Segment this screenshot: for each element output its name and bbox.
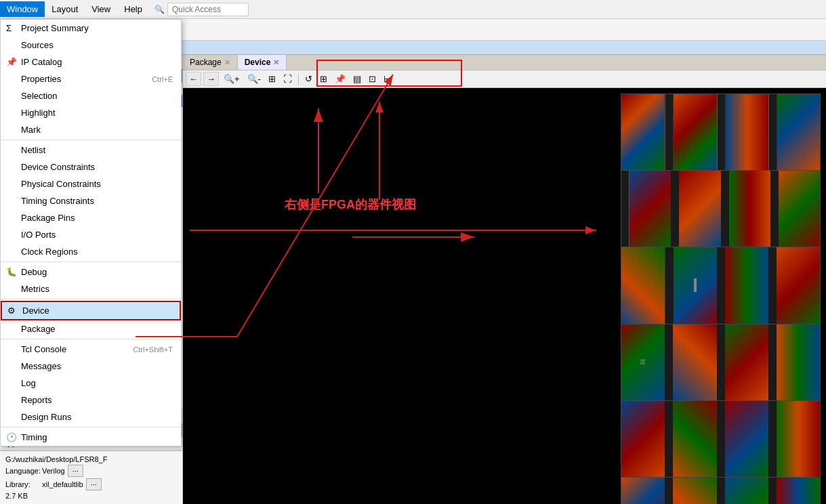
menu-sources[interactable]: Sources [1,37,181,54]
menu-design-runs[interactable]: Design Runs [1,408,181,425]
file-path-row: G:/wuzhikai/Desktop/LFSR8_F [5,455,177,463]
separator-1 [1,140,181,140]
device-tab-close[interactable]: ✕ [273,58,279,67]
gear-menu-icon: ⚙ [7,306,16,316]
file-lang-value: Verilog [42,467,65,475]
fpga-chip: |||| [621,93,821,504]
window-dropdown-menu: Σ Project Summary Sources 📌 IP Catalog P… [0,19,182,446]
menu-timing[interactable]: 🕐 Timing [1,429,181,446]
menu-messages[interactable]: Messages [1,358,181,375]
separator-4 [1,339,181,339]
main-content-area: Package ✕ Device ✕ ← → 🔍+ 🔍- ⊞ ⛶ ↺ ⊞ 📌 ▤… [183,55,826,504]
clock-icon: 🕐 [6,432,17,442]
file-lang-row: Language: Verilog ··· [5,465,177,477]
file-path-text: G:/wuzhikai/Desktop/LFSR8_F [5,455,107,463]
menu-tcl-console[interactable]: Tcl Console Ctrl+Shift+T [1,341,181,358]
menu-view[interactable]: View [85,1,117,17]
menu-project-summary[interactable]: Σ Project Summary [1,20,181,37]
device-tab-label: Device [245,58,271,67]
export-icon[interactable]: ⊡ [366,72,379,85]
menu-timing-constraints[interactable]: Timing Constraints [1,192,181,209]
menu-device[interactable]: ⚙ Device [1,301,181,320]
menu-log[interactable]: Log [1,375,181,392]
fit-icon[interactable]: ⊞ [266,72,278,85]
zoom-in-icon[interactable]: 🔍+ [221,72,243,85]
table-icon[interactable]: ▤ [350,72,364,85]
menu-physical-constraints[interactable]: Physical Constraints [1,175,181,192]
menu-debug[interactable]: 🐛 Debug [1,264,181,280]
file-lib-browse-button[interactable]: ··· [86,478,102,490]
menu-layout[interactable]: Layout [45,1,85,17]
quick-access-bar: 🔍 [149,3,254,16]
menu-window[interactable]: Window [0,1,45,17]
annotation-text: 右侧是FPGA的器件视图 [285,196,416,213]
package-tab-label: Package [190,58,222,67]
pin-menu-icon: 📌 [6,57,17,67]
refresh-icon[interactable]: ↺ [302,72,315,85]
zoom-out-icon[interactable]: 🔍- [245,72,264,85]
menu-ip-catalog[interactable]: 📌 IP Catalog [1,54,181,70]
file-lang-browse-button[interactable]: ··· [68,465,83,477]
bug-icon: 🐛 [6,267,17,277]
main-tabs-bar: Package ✕ Device ✕ [183,55,826,70]
more-icon[interactable]: ⊢ [381,72,394,85]
file-lib-value: xil_defaultlib [42,480,83,488]
fullscreen-icon[interactable]: ⛶ [281,72,295,85]
menu-device-constraints[interactable]: Device Constraints [1,159,181,175]
grid-icon[interactable]: ⊞ [317,72,330,85]
file-size-row: 2.7 KB [5,492,177,500]
separator-5 [1,427,181,427]
pin-icon[interactable]: 📌 [332,72,348,85]
bottom-file-info: G:/wuzhikai/Desktop/LFSR8_F Language: Ve… [0,450,182,504]
file-lib-row: Library: xil_defaultlib ··· [5,478,177,490]
separator-1 [298,73,299,85]
menu-highlight[interactable]: Highlight [1,104,181,121]
device-tab[interactable]: Device ✕ [238,55,287,70]
menu-help[interactable]: Help [117,1,149,17]
file-size-value: 2.7 KB [5,492,28,500]
search-icon: 🔍 [154,5,165,14]
menu-clock-regions[interactable]: Clock Regions [1,243,181,260]
separator-2 [1,261,181,262]
quick-access-input[interactable] [167,3,249,16]
file-lib-label: Library: [5,480,39,488]
menu-selection[interactable]: Selection [1,87,181,104]
menu-mark[interactable]: Mark [1,121,181,138]
package-tab-close[interactable]: ✕ [224,58,230,67]
package-tab[interactable]: Package ✕ [183,55,238,70]
forward-btn[interactable]: → [203,72,219,86]
menu-netlist[interactable]: Netlist [1,142,181,159]
menu-metrics[interactable]: Metrics [1,280,181,297]
back-btn[interactable]: ← [186,72,201,86]
sigma-icon: Σ [6,23,12,33]
menu-io-ports[interactable]: I/O Ports [1,226,181,243]
menu-reports[interactable]: Reports [1,392,181,408]
menu-package-pins[interactable]: Package Pins [1,209,181,226]
menu-package[interactable]: Package [1,320,181,337]
file-lang-label: Language: [5,467,39,475]
menubar: Window Layout View Help 🔍 [0,0,826,19]
device-view-toolbar: ← → 🔍+ 🔍- ⊞ ⛶ ↺ ⊞ 📌 ▤ ⊡ ⊢ [183,70,826,88]
menu-properties[interactable]: Properties Ctrl+E [1,70,181,87]
separator-3 [1,299,181,299]
device-view: 右侧是FPGA的器件视图 [183,88,826,504]
